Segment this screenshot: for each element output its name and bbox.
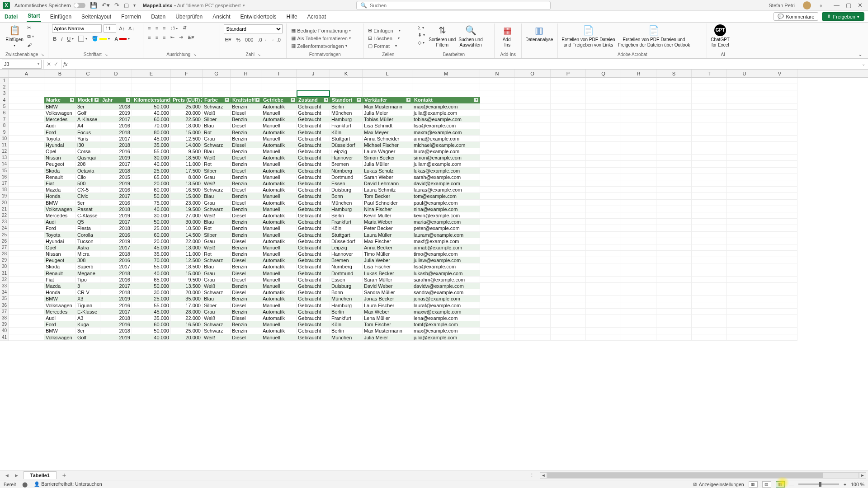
cell-Q18[interactable]: [586, 187, 621, 193]
cell-L26[interactable]: Max Fischer: [363, 238, 412, 244]
cell-J13[interactable]: Gebraucht: [297, 155, 330, 161]
row-header-30[interactable]: 30: [0, 263, 9, 270]
cell-E36[interactable]: 55.000: [132, 302, 171, 309]
cell-J6[interactable]: Gebraucht: [297, 110, 330, 116]
cell-T1[interactable]: [692, 78, 727, 84]
cell-J30[interactable]: Gebraucht: [297, 263, 330, 270]
page-layout-view-button[interactable]: ▤: [762, 481, 771, 488]
cell-U33[interactable]: [727, 283, 762, 289]
cell-Q13[interactable]: [586, 155, 621, 161]
cell-U3[interactable]: [727, 90, 762, 97]
cell-R35[interactable]: [621, 296, 656, 302]
cell-Q27[interactable]: [586, 244, 621, 251]
qat-more-icon[interactable]: ▾: [133, 3, 136, 8]
cell-A12[interactable]: [9, 148, 44, 155]
cell-M27[interactable]: annab@example.com: [412, 244, 480, 251]
percent-button[interactable]: %: [235, 37, 241, 43]
col-header-G[interactable]: G: [203, 70, 231, 77]
enter-formula-icon[interactable]: ✓: [54, 61, 58, 67]
cell-Q39[interactable]: [586, 321, 621, 328]
cell-G19[interactable]: Blau: [203, 193, 231, 199]
cell-J17[interactable]: Gebraucht: [297, 180, 330, 187]
cell-S10[interactable]: [656, 136, 692, 142]
cell-R3[interactable]: [621, 90, 656, 97]
cell-V1[interactable]: [762, 78, 797, 84]
cell-N37[interactable]: [480, 309, 514, 315]
cell-L1[interactable]: [363, 78, 412, 84]
cell-M3[interactable]: [412, 90, 480, 97]
cell-U14[interactable]: [727, 161, 762, 167]
row-header-22[interactable]: 22: [0, 212, 9, 219]
cell-J8[interactable]: Gebraucht: [297, 122, 330, 129]
row-header-37[interactable]: 37: [0, 309, 9, 315]
cell-K12[interactable]: Leipzig: [330, 148, 363, 155]
cell-B2[interactable]: [44, 84, 76, 90]
addins-button[interactable]: ▦Add- Ins: [498, 24, 516, 47]
cell-R26[interactable]: [621, 238, 656, 244]
cell-H28[interactable]: Benzin: [231, 251, 261, 257]
cell-A41[interactable]: [9, 334, 44, 341]
cell-O2[interactable]: [514, 84, 551, 90]
cell-C19[interactable]: Civic: [76, 193, 100, 199]
cell-A10[interactable]: [9, 136, 44, 142]
cell-G31[interactable]: Grau: [203, 270, 231, 277]
cell-L17[interactable]: David Lehmann: [363, 180, 412, 187]
cell-A7[interactable]: [9, 116, 44, 122]
cell-G5[interactable]: Schwarz: [203, 103, 231, 110]
cell-A8[interactable]: [9, 122, 44, 129]
cell-H8[interactable]: Diesel: [231, 122, 261, 129]
cell-L31[interactable]: Lukas Becker: [363, 270, 412, 277]
cell-S18[interactable]: [656, 187, 692, 193]
cell-M41[interactable]: julia@example.com: [412, 334, 480, 341]
bold-button[interactable]: B: [52, 36, 57, 42]
cell-R13[interactable]: [621, 155, 656, 161]
cell-S27[interactable]: [656, 244, 692, 251]
zoom-level[interactable]: 100 %: [851, 482, 864, 487]
cell-D39[interactable]: 2016: [100, 321, 132, 328]
cell-J28[interactable]: Gebraucht: [297, 251, 330, 257]
cell-V8[interactable]: [762, 122, 797, 129]
cell-P40[interactable]: [551, 328, 586, 334]
cell-P29[interactable]: [551, 257, 586, 263]
cell-K28[interactable]: Hannover: [330, 251, 363, 257]
cell-Q7[interactable]: [586, 116, 621, 122]
cell-C10[interactable]: Yaris: [76, 136, 100, 142]
cell-Q32[interactable]: [586, 277, 621, 283]
cell-R36[interactable]: [621, 302, 656, 309]
cell-N35[interactable]: [480, 296, 514, 302]
tab-acrobat[interactable]: Acrobat: [307, 12, 327, 22]
cell-R22[interactable]: [621, 212, 656, 219]
cell-R21[interactable]: [621, 206, 656, 212]
cell-U31[interactable]: [727, 270, 762, 277]
cell-B5[interactable]: BMW: [44, 103, 76, 110]
cell-Q30[interactable]: [586, 263, 621, 270]
cell-K17[interactable]: Essen: [330, 180, 363, 187]
macro-record-icon[interactable]: ⬤: [22, 482, 28, 487]
cell-O30[interactable]: [514, 263, 551, 270]
cell-D27[interactable]: 2017: [100, 244, 132, 251]
tab-hilfe[interactable]: Hilfe: [286, 12, 298, 22]
cell-B28[interactable]: Nissan: [44, 251, 76, 257]
filter-arrow-icon[interactable]: ▾: [255, 98, 260, 103]
row-header-8[interactable]: 8: [0, 122, 9, 129]
camera-icon[interactable]: ▢: [124, 2, 129, 9]
cell-N23[interactable]: [480, 219, 514, 225]
cell-C28[interactable]: Micra: [76, 251, 100, 257]
cell-U1[interactable]: [727, 78, 762, 84]
row-header-7[interactable]: 7: [0, 116, 9, 122]
cell-H12[interactable]: Benzin: [231, 148, 261, 155]
align-center-button[interactable]: ≡: [155, 34, 159, 41]
cell-N33[interactable]: [480, 283, 514, 289]
cell-B35[interactable]: BMW: [44, 296, 76, 302]
row-header-3[interactable]: 3: [0, 90, 9, 97]
row-header-27[interactable]: 27: [0, 244, 9, 251]
cell-C7[interactable]: A-Klasse: [76, 116, 100, 122]
cell-C4[interactable]: Modell▾: [76, 97, 100, 103]
cell-S25[interactable]: [656, 232, 692, 238]
cell-J11[interactable]: Gebraucht: [297, 142, 330, 148]
cell-I38[interactable]: Automatik: [261, 315, 297, 321]
cell-I10[interactable]: Manuell: [261, 136, 297, 142]
decrease-indent-button[interactable]: ⇤: [170, 34, 175, 41]
cell-D17[interactable]: 2019: [100, 180, 132, 187]
cell-P38[interactable]: [551, 315, 586, 321]
